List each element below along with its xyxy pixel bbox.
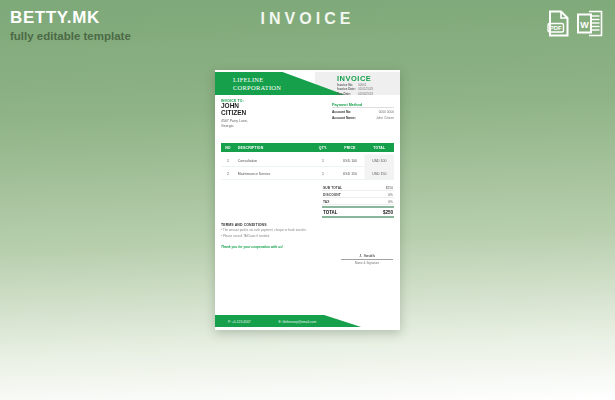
client-last-name: CITIZEN xyxy=(221,110,248,117)
word-file-icon[interactable]: W xyxy=(577,10,603,37)
col-header-description: DESCRIPTION xyxy=(235,146,311,150)
grand-total-row: TOTAL $250 xyxy=(322,207,394,218)
signature-block: J. Smith Name & Signature xyxy=(341,253,393,265)
invoice-footer-band: P: +0-123-4567 E: lifelinecorp@email.com xyxy=(215,315,400,327)
brand-tagline: fully editable template xyxy=(10,30,131,42)
invoice-heading-block: INVOICE Invoice No: 00001 Invoice Date: … xyxy=(337,74,395,96)
cell-total: USD 100 xyxy=(365,155,394,167)
grand-total-value: $250 xyxy=(383,210,393,215)
page-background: BETTY.MK fully editable template INVOICE… xyxy=(0,0,615,400)
due-date-label: Due Date: xyxy=(337,92,358,97)
pdf-file-icon[interactable]: PDF xyxy=(547,10,570,37)
subtotal-row: SUB TOTAL $250 xyxy=(322,184,394,191)
signature-caption: Name & Signature xyxy=(341,262,393,265)
footer-phone: P: +0-123-4567 xyxy=(228,319,251,323)
invoice-meta-row: Due Date: 02/03/2023 xyxy=(337,92,395,97)
subtotal-value: $250 xyxy=(386,186,393,190)
subtotal-label: SUB TOTAL xyxy=(323,186,342,190)
table-row: 2 Maintenance Service 1 USD 150 USD 150 xyxy=(221,167,394,180)
word-icon-label: W xyxy=(580,20,589,30)
thank-you-note: Thank you for your cooperation with us! xyxy=(221,245,311,249)
terms-title: TERMS AND CONDITIONS xyxy=(221,223,311,227)
bill-to-block: INVOICE TO: JOHN CITIZEN 4567 Parry Lane… xyxy=(221,99,248,128)
cell-price: USD 150 xyxy=(335,171,364,175)
terms-item: • The amount paid is via cash payment, c… xyxy=(221,228,311,233)
totals-block: SUB TOTAL $250 DISCOUNT 0% TAX 0% TOTAL … xyxy=(322,184,394,218)
line-items-table: NO DESCRIPTION QTY. PRICE TOTAL 1 Consul… xyxy=(221,143,394,180)
account-name-value: John Citizen xyxy=(376,116,394,120)
cell-no: 2 xyxy=(221,171,235,175)
tax-value: 0% xyxy=(388,200,393,204)
payment-method-block: Payment Method Account No: 0000 0000 Acc… xyxy=(332,102,394,120)
grand-total-label: TOTAL xyxy=(323,210,338,215)
cell-description: Maintenance Service xyxy=(235,171,311,175)
cell-total: USD 150 xyxy=(365,167,394,179)
footer-email: E: lifelinecorp@email.com xyxy=(279,319,317,323)
col-header-no: NO xyxy=(221,146,235,150)
cell-no: 1 xyxy=(221,159,235,163)
client-address: 4567 Parry Lane, Georgia xyxy=(221,118,248,127)
page-title: INVOICE xyxy=(0,10,615,28)
discount-row: DISCOUNT 0% xyxy=(322,191,394,198)
col-header-total: TOTAL xyxy=(365,146,394,150)
tax-row: TAX 0% xyxy=(322,198,394,205)
account-no-value: 0000 0000 xyxy=(379,110,394,114)
invoice-heading: INVOICE xyxy=(337,74,395,83)
cell-description: Consultation xyxy=(235,159,311,163)
col-header-price: PRICE xyxy=(335,146,364,150)
cell-qty: 1 xyxy=(311,171,335,175)
due-date-value: 02/03/2023 xyxy=(358,92,373,97)
client-address-line2: Georgia xyxy=(221,123,248,128)
table-header-row: NO DESCRIPTION QTY. PRICE TOTAL xyxy=(221,143,394,152)
account-name-row: Account Name: John Citizen xyxy=(332,114,394,120)
cell-qty: 1 xyxy=(311,159,335,163)
signature-name: J. Smith xyxy=(341,253,393,260)
pdf-icon-label: PDF xyxy=(550,25,562,31)
terms-block: TERMS AND CONDITIONS • The amount paid i… xyxy=(221,223,311,249)
discount-value: 0% xyxy=(388,193,393,197)
account-name-label: Account Name: xyxy=(332,116,356,120)
table-row: 1 Consultation 1 USD 100 USD 100 xyxy=(221,155,394,168)
account-no-label: Account No: xyxy=(332,110,351,114)
cell-price: USD 100 xyxy=(335,159,364,163)
tax-label: TAX xyxy=(323,200,330,204)
terms-item: • Please consult TAX laws if needed. xyxy=(221,233,311,238)
discount-label: DISCOUNT xyxy=(323,193,341,197)
invoice-document-preview: LIFELINE CORPORATION INVOICE Invoice No:… xyxy=(215,70,400,330)
col-header-qty: QTY. xyxy=(311,146,335,150)
download-options: PDF W xyxy=(547,10,603,37)
